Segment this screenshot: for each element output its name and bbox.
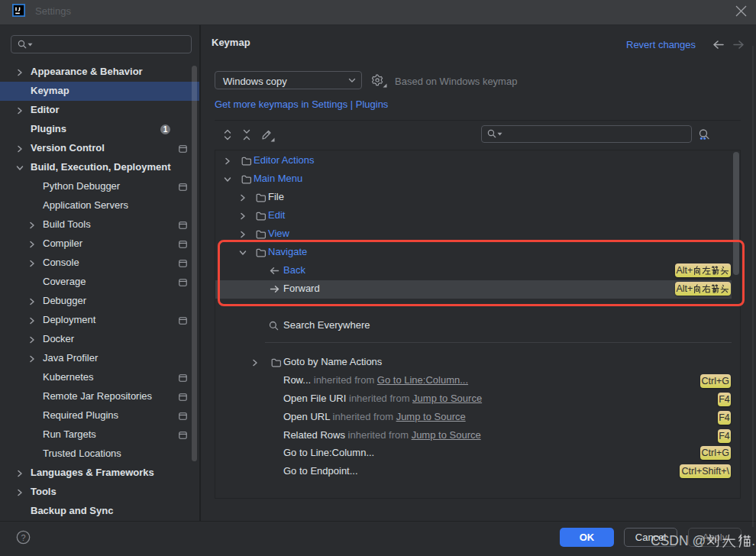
svg-text:?: ? bbox=[21, 533, 25, 542]
